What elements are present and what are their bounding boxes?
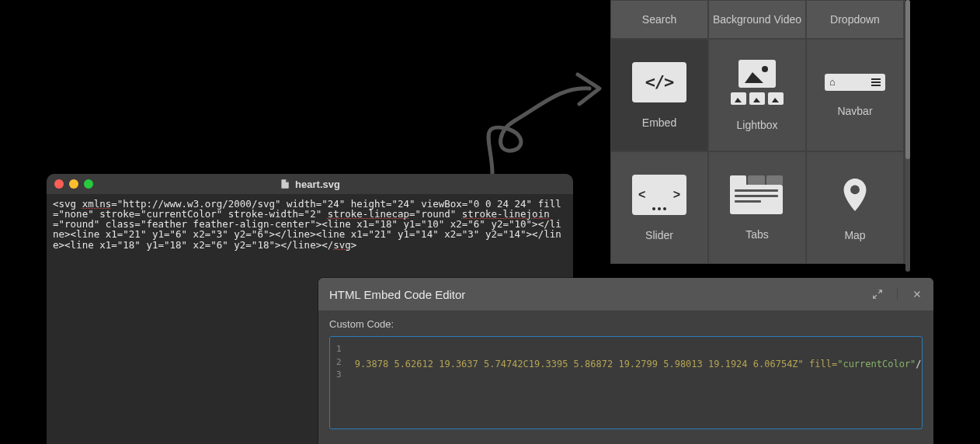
svg-point-0 — [850, 185, 860, 194]
arrow-doodle-icon — [469, 43, 617, 183]
panel-header-search[interactable]: Search — [610, 0, 708, 39]
line-gutter: 1 2 3 — [330, 337, 346, 428]
navbar-icon: ⌂ — [825, 74, 885, 91]
component-embed[interactable]: </> Embed — [610, 39, 708, 151]
embed-icon: </> — [632, 62, 686, 102]
editor-content[interactable]: <svg xmlns="http://www.w3.org/2000/svg" … — [47, 194, 573, 255]
component-panel: Search Background Video Dropdown </> Emb… — [610, 0, 905, 264]
component-navbar[interactable]: ⌂ Navbar — [806, 39, 904, 151]
editor-titlebar[interactable]: heart.svg — [47, 174, 573, 194]
slider-icon: < > — [632, 175, 686, 215]
close-icon[interactable] — [897, 289, 923, 300]
map-pin-icon — [828, 175, 882, 215]
tabs-icon — [730, 175, 784, 214]
component-label: Navbar — [837, 105, 872, 117]
custom-code-label: Custom Code: — [318, 310, 933, 336]
component-map[interactable]: Map — [806, 151, 904, 264]
component-slider[interactable]: < > Slider — [610, 151, 708, 264]
component-label: Embed — [642, 116, 676, 129]
embed-titlebar[interactable]: HTML Embed Code Editor — [318, 278, 933, 310]
window-zoom-icon[interactable] — [84, 179, 93, 189]
scrollbar-thumb[interactable] — [905, 0, 910, 159]
component-label: Map — [844, 229, 865, 241]
expand-icon[interactable] — [872, 289, 883, 300]
window-close-icon[interactable] — [54, 179, 64, 189]
lightbox-icon — [731, 60, 784, 105]
component-label: Tabs — [745, 228, 769, 241]
file-icon — [280, 179, 290, 189]
component-label: Slider — [645, 229, 673, 241]
panel-header-dropdown[interactable]: Dropdown — [806, 0, 904, 39]
embed-editor-title: HTML Embed Code Editor — [329, 288, 465, 301]
component-lightbox[interactable]: Lightbox — [708, 39, 806, 151]
component-label: Lightbox — [737, 119, 778, 131]
code-textarea[interactable]: 1 2 3 9.3878 5.62612 19.3637 5.74742C19.… — [329, 336, 923, 429]
window-minimize-icon[interactable] — [69, 179, 78, 189]
component-tabs[interactable]: Tabs — [708, 151, 806, 264]
embed-editor-window: HTML Embed Code Editor Custom Code: 1 2 … — [318, 278, 933, 444]
code-content: 9.3878 5.62612 19.3637 5.74742C19.3395 5… — [346, 337, 922, 428]
editor-filename: heart.svg — [280, 179, 340, 190]
panel-header-bgvideo[interactable]: Background Video — [708, 0, 806, 39]
